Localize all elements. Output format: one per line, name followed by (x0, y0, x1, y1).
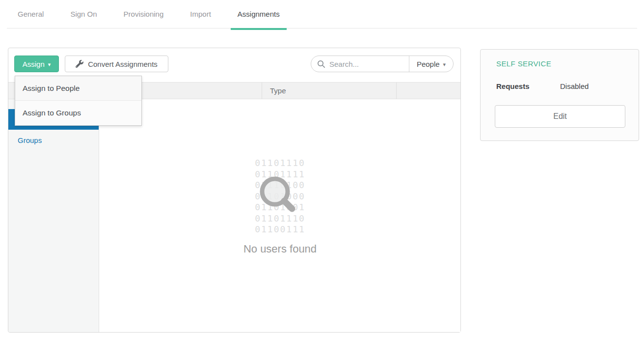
tab-bar: General Sign On Provisioning Import Assi… (0, 0, 644, 28)
convert-assignments-button[interactable]: Convert Assignments (65, 56, 168, 72)
search-input[interactable] (329, 60, 398, 68)
binary-line: 01100111 (255, 224, 305, 235)
tabbar-divider (7, 28, 637, 28)
tab-import[interactable]: Import (183, 0, 218, 30)
search-scope-label: People (417, 60, 440, 68)
empty-state-message: No users found (243, 243, 317, 255)
tab-sign-on[interactable]: Sign On (63, 0, 104, 30)
app-tabs: General Sign On Provisioning Import Assi… (11, 0, 299, 30)
requests-value: Disabled (560, 82, 589, 90)
wrench-icon (76, 60, 83, 68)
assign-button[interactable]: Assign ▾ (14, 56, 59, 72)
convert-assignments-label: Convert Assignments (88, 60, 158, 68)
empty-state-graphic: 01101110 01101111 01110100 01101000 0110… (255, 158, 305, 235)
magnifier-icon (257, 174, 299, 218)
self-service-panel: SELF SERVICE Requests Disabled Edit (480, 49, 639, 141)
column-header-actions (397, 83, 460, 99)
search-scope-dropdown[interactable]: People ▾ (409, 56, 453, 72)
search-icon (317, 60, 325, 68)
self-service-title: SELF SERVICE (496, 59, 551, 68)
tab-general[interactable]: General (11, 0, 51, 30)
edit-button[interactable]: Edit (495, 105, 625, 128)
requests-label: Requests (496, 82, 530, 90)
search-control: People ▾ (311, 56, 454, 72)
assign-dropdown-menu: Assign to People Assign to Groups (15, 76, 142, 126)
menu-item-assign-to-people[interactable]: Assign to People (15, 76, 141, 101)
assign-button-label: Assign (23, 60, 45, 68)
assignments-content: 01101110 01101111 01110100 01101000 0110… (100, 99, 460, 332)
assignments-panel: Assign ▾ Convert Assignments People ▾ (8, 48, 461, 333)
menu-item-assign-to-groups[interactable]: Assign to Groups (15, 101, 141, 125)
binary-line: 01101110 (255, 158, 305, 169)
tab-assignments[interactable]: Assignments (231, 0, 287, 30)
chevron-down-icon: ▾ (443, 60, 446, 68)
sidebar-item-groups[interactable]: Groups (8, 130, 99, 150)
search-field-segment (311, 56, 409, 72)
column-header-type: Type (262, 83, 397, 99)
assignments-sidebar: People Groups (8, 99, 99, 332)
tab-provisioning[interactable]: Provisioning (117, 0, 171, 30)
chevron-down-icon: ▾ (48, 61, 51, 67)
